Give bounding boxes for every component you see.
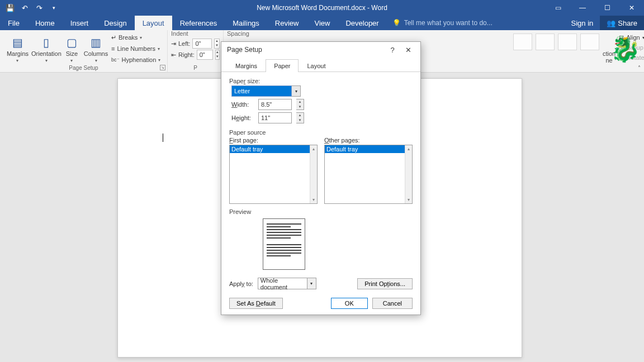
indent-left-input[interactable]: 0" [192,39,211,49]
line-numbers-icon: ≡ [111,45,115,52]
orientation-icon: ▯ [39,35,54,50]
page-setup-launcher[interactable]: ↘ [160,65,165,70]
tab-references[interactable]: References [172,16,225,30]
scrollbar[interactable]: ▴▾ [405,145,412,203]
preview-label: Preview [229,208,413,215]
indent-right-input[interactable]: 0" [197,50,213,60]
paper-size-combo[interactable]: Letter ▾ [231,85,301,97]
tab-review[interactable]: Review [267,16,307,30]
height-spinner[interactable]: ▲▼ [296,112,304,123]
group-paragraph-indent: Indent ⇥ Left: 0" ▲▼ ⇤ Right: 0" ▲▼ P [168,30,224,72]
dialog-tabs: Margins Paper Layout [221,59,420,72]
print-options-button[interactable]: Print Options... [357,278,413,289]
share-button[interactable]: 👥 Share [600,16,644,30]
margins-button[interactable]: ▤Margins▾ [3,31,32,65]
group-page-setup: ▤Margins▾ ▯Orientation▾ ▢Size▾ ▥Columns▾… [0,30,168,72]
tab-layout[interactable]: Layout [135,16,172,30]
group-label-paragraph: P [168,65,223,71]
dialog-footer: Set As Default OK Cancel [229,298,413,309]
text-cursor [163,134,163,142]
quick-access-toolbar: 💾 ↶ ↷ ▾ [0,1,60,15]
apply-to-label: Apply to: [229,280,253,287]
position-button[interactable] [513,34,532,50]
hyphenation-icon: bc⁻ [111,57,120,63]
wrap-text-button[interactable] [536,34,555,50]
tab-developer[interactable]: Developer [338,16,386,30]
breaks-icon: ↵ [111,34,116,41]
arrange-gallery [513,31,599,64]
hyphenation-button[interactable]: bc⁻Hyphenation▾ [111,55,164,65]
ribbon-display-icon[interactable]: ▭ [546,0,570,16]
tab-design[interactable]: Design [96,16,134,30]
tab-view[interactable]: View [306,16,338,30]
breaks-button[interactable]: ↵Breaks▾ [111,32,164,42]
first-page-label: First page: [229,137,318,144]
first-page-listbox[interactable]: Default tray ▴▾ [229,145,318,204]
paper-size-label: Paper size: [229,78,413,84]
width-label: Width: [231,101,254,108]
chevron-down-icon[interactable]: ▾ [307,278,316,289]
dialog-tab-layout[interactable]: Layout [299,59,334,72]
indent-heading: Indent [171,30,220,38]
height-label: Height: [231,115,254,121]
spacing-heading: Spacing [227,30,304,38]
dragon-icon: 🐉 [609,34,641,65]
margins-icon: ▤ [10,35,25,50]
first-page-selected[interactable]: Default tray [230,145,310,153]
width-spinner[interactable]: ▲▼ [296,99,304,110]
scrollbar[interactable]: ▴▾ [310,145,317,203]
window-title: New Microsoft Word Document.docx - Word [257,4,387,12]
indent-left-label: Left: [178,40,190,47]
size-button[interactable]: ▢Size▾ [61,31,83,65]
apply-to-value: Whole document [258,278,307,289]
page-setup-dialog: Page Setup ? ✕ Margins Paper Layout Pape… [221,41,421,315]
dialog-close-button[interactable]: ✕ [400,46,416,54]
indent-left-icon: ⇥ [171,40,176,47]
tab-home[interactable]: Home [27,16,63,30]
ribbon-tabs: File Home Insert Design Layout Reference… [0,16,644,30]
redo-icon[interactable]: ↷ [32,1,46,15]
dialog-titlebar[interactable]: Page Setup ? ✕ [221,42,420,58]
dialog-help-button[interactable]: ? [385,46,400,54]
bring-forward-button[interactable] [558,34,577,50]
columns-icon: ▥ [89,35,103,50]
undo-icon[interactable]: ↶ [18,1,31,15]
dialog-tab-margins[interactable]: Margins [227,59,266,72]
maximize-button[interactable]: ☐ [595,0,619,16]
preview-thumbnail [263,218,305,270]
columns-button[interactable]: ▥Columns▾ [83,31,109,65]
paper-size-value: Letter [231,85,292,97]
tell-me-placeholder: Tell me what you want to do... [404,19,493,27]
width-input[interactable]: 8.5" [258,99,292,110]
set-as-default-button[interactable]: Set As Default [229,298,283,309]
ok-button[interactable]: OK [331,298,368,309]
save-icon[interactable]: 💾 [3,1,17,15]
minimize-button[interactable]: — [570,0,595,16]
group-label-page-setup: Page Setup [0,65,167,71]
orientation-button[interactable]: ▯Orientation▾ [32,31,61,65]
window-controls: ▭ — ☐ ✕ [546,0,644,16]
cancel-button[interactable]: Cancel [372,298,413,309]
height-input[interactable]: 11" [258,112,292,123]
send-backward-button[interactable] [580,34,599,50]
tab-file[interactable]: File [0,16,27,30]
other-pages-listbox[interactable]: Default tray ▴▾ [324,145,413,204]
share-label: Share [618,19,637,27]
qat-customize-icon[interactable]: ▾ [47,1,60,15]
tab-insert[interactable]: Insert [63,16,97,30]
line-numbers-button[interactable]: ≡Line Numbers▾ [111,44,164,54]
tab-mailings[interactable]: Mailings [225,16,267,30]
tell-me-search[interactable]: 💡 Tell me what you want to do... [387,16,493,30]
collapse-ribbon-button[interactable]: ˄ [638,65,641,71]
close-button[interactable]: ✕ [619,0,644,16]
other-pages-selected[interactable]: Default tray [325,145,405,153]
size-icon: ▢ [64,35,79,50]
chevron-down-icon[interactable]: ▾ [292,85,301,97]
sign-in-link[interactable]: Sign in [565,16,600,30]
share-icon: 👥 [607,19,615,27]
other-pages-label: Other pages: [324,137,413,144]
indent-left-spinner[interactable]: ▲▼ [214,39,220,49]
indent-right-spinner[interactable]: ▲▼ [215,50,220,60]
dialog-tab-paper[interactable]: Paper [266,59,299,72]
apply-to-combo[interactable]: Whole document ▾ [258,278,316,289]
